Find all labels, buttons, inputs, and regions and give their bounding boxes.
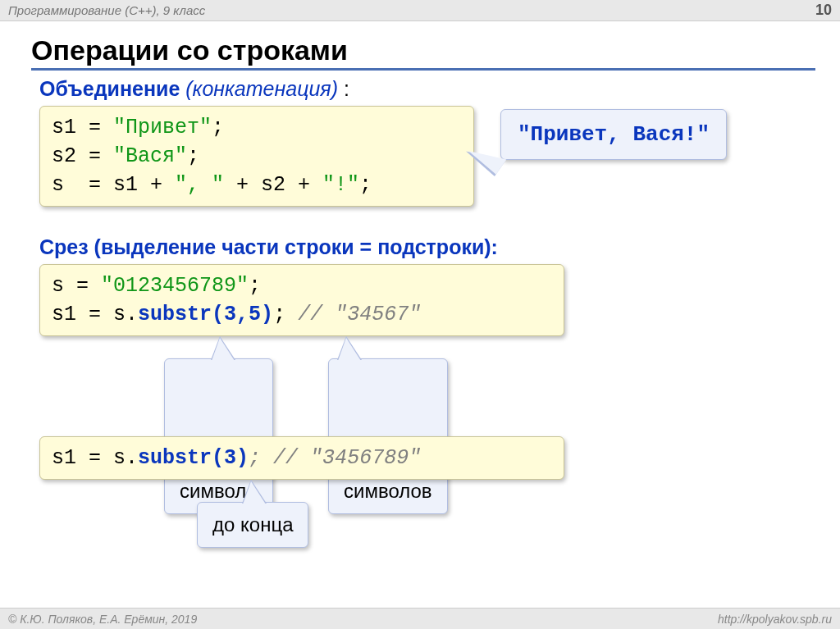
code-keyword: substr( bbox=[138, 446, 224, 470]
code-line: s = "0123456789"; bbox=[52, 271, 552, 300]
concat-heading: Объединение (конкатенация) : bbox=[39, 77, 815, 101]
callout-tail bbox=[243, 481, 266, 504]
concat-heading-colon: : bbox=[338, 77, 349, 100]
code-text: ; bbox=[359, 173, 372, 197]
code-text: ; bbox=[187, 144, 199, 168]
code-comment: // "34567" bbox=[285, 303, 421, 326]
concat-heading-bold: Объединение bbox=[39, 77, 180, 100]
code-string: "!" bbox=[322, 173, 359, 197]
concat-result-callout: "Привет, Вася!" bbox=[500, 109, 727, 160]
code-text: , bbox=[236, 303, 249, 326]
callout-to-end: до конца bbox=[197, 502, 308, 548]
callout-to-end-text: до конца bbox=[212, 513, 293, 536]
concat-result-text: "Привет, Вася!" bbox=[518, 122, 710, 147]
callout-tail bbox=[338, 338, 361, 361]
code-text: ; bbox=[273, 303, 285, 326]
footer-bar: © К.Ю. Поляков, Е.А. Ерёмин, 2019 http:/… bbox=[0, 608, 840, 629]
code-line: s1 = "Привет"; bbox=[52, 113, 462, 142]
slice-code1-box: s = "0123456789"; s1 = s.substr(3,5); //… bbox=[39, 264, 564, 336]
code-text: s1 = s. bbox=[52, 303, 138, 326]
code-arg-count: 5 bbox=[249, 303, 261, 326]
code-text: + s2 + bbox=[224, 173, 322, 197]
code-text: s1 = bbox=[52, 116, 113, 139]
code-text: s2 = bbox=[52, 144, 113, 168]
code-line: s2 = "Вася"; bbox=[52, 142, 462, 171]
code-arg-from: 3 bbox=[224, 446, 236, 470]
callout-tail bbox=[212, 338, 235, 361]
code-keyword: ) bbox=[236, 446, 249, 470]
footer-url: http://kpolyakov.spb.ru bbox=[718, 613, 832, 626]
code-keyword: ) bbox=[261, 303, 273, 326]
code-arg-from: 3 bbox=[224, 303, 236, 326]
code-text: s = s1 + bbox=[52, 173, 175, 197]
slice-code2-box: s1 = s.substr(3); // "3456789" bbox=[39, 436, 564, 480]
code-string: "0123456789" bbox=[101, 274, 249, 298]
code-text: s = bbox=[52, 274, 101, 298]
code-text: ; bbox=[212, 116, 224, 139]
slice-heading: Срез (выделение части строки = подстроки… bbox=[39, 235, 815, 259]
course-label: Программирование (C++), 9 класс bbox=[8, 3, 205, 17]
code-keyword: substr( bbox=[138, 303, 224, 326]
code-string: ", " bbox=[175, 173, 224, 197]
code-line: s1 = s.substr(3,5); // "34567" bbox=[52, 300, 552, 329]
code-line: s1 = s.substr(3); // "3456789" bbox=[52, 444, 552, 472]
code-comment: // "3456789" bbox=[261, 446, 421, 470]
page-number: 10 bbox=[815, 2, 832, 19]
concat-code-box: s1 = "Привет"; s2 = "Вася"; s = s1 + ", … bbox=[39, 106, 474, 207]
code-line: s = s1 + ", " + s2 + "!"; bbox=[52, 171, 462, 199]
code-text: ; bbox=[249, 446, 261, 470]
copyright: © К.Ю. Поляков, Е.А. Ерёмин, 2019 bbox=[8, 613, 197, 626]
code-string: "Привет" bbox=[113, 116, 212, 139]
code-text: s1 = s. bbox=[52, 446, 138, 470]
code-string: "Вася" bbox=[113, 144, 187, 168]
page-title: Операции со строками bbox=[31, 34, 815, 71]
slice-heading-text: Срез (выделение части строки = подстроки… bbox=[39, 235, 498, 258]
concat-heading-ital: (конкатенация) bbox=[185, 77, 338, 100]
header-bar: Программирование (C++), 9 класс 10 bbox=[0, 0, 840, 21]
code-text: ; bbox=[249, 274, 261, 298]
